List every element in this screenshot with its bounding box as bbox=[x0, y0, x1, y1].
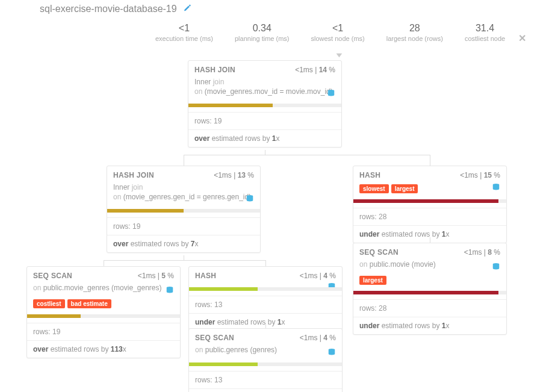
op-name: HASH bbox=[195, 272, 216, 280]
rows-line: rows: 13 bbox=[189, 296, 342, 313]
plan-node-hash-join-root[interactable]: HASH JOIN <1ms | 14 % Inner join on (mov… bbox=[188, 60, 342, 148]
rows-line: rows: 19 bbox=[188, 112, 341, 129]
cost-bar bbox=[353, 291, 506, 294]
cost-bar bbox=[189, 362, 342, 366]
op-time: <1ms | 4 % bbox=[300, 334, 336, 342]
rows-line: rows: 19 bbox=[107, 217, 260, 235]
connector bbox=[430, 237, 430, 243]
database-icon[interactable] bbox=[246, 194, 254, 203]
rows-line: rows: 28 bbox=[353, 299, 506, 317]
estimate-line: under estimated rows by 1x bbox=[189, 388, 342, 392]
plan-node-hash-join-left[interactable]: HASH JOIN <1ms | 13 % Inner join on (mov… bbox=[107, 166, 261, 253]
op-name: SEQ SCAN bbox=[195, 334, 234, 342]
connector bbox=[265, 260, 266, 266]
connector bbox=[184, 155, 184, 166]
op-name: HASH JOIN bbox=[194, 66, 235, 74]
plan-node-seqscan-movie[interactable]: SEQ SCAN <1ms | 8 % on public.movie (mov… bbox=[353, 243, 507, 335]
connector bbox=[265, 323, 266, 328]
op-name: SEQ SCAN bbox=[33, 272, 72, 280]
estimate-line: over estimated rows by 1x bbox=[188, 129, 341, 147]
op-time: <1ms | 4 % bbox=[300, 272, 336, 280]
edit-icon[interactable] bbox=[183, 4, 191, 14]
connector bbox=[184, 155, 430, 155]
cost-bar bbox=[107, 209, 260, 213]
badge-slowest: slowest bbox=[359, 184, 389, 193]
op-name: SEQ SCAN bbox=[359, 248, 399, 257]
op-desc: on public.movie_genres (movie_genres) bbox=[33, 284, 174, 297]
op-desc: Inner join on (movie_genres.gen_id = gen… bbox=[113, 183, 254, 205]
op-time: <1ms | 5 % bbox=[138, 272, 174, 280]
op-name: HASH JOIN bbox=[113, 171, 154, 179]
estimate-line: under estimated rows by 1x bbox=[353, 317, 506, 334]
plan-node-hash-inner[interactable]: HASH <1ms | 4 % rows: 13 under estimated… bbox=[188, 266, 343, 331]
database-icon[interactable] bbox=[492, 263, 500, 271]
cost-bar bbox=[27, 314, 180, 318]
connector bbox=[265, 150, 265, 155]
stat-costliest: 31.4 costliest node bbox=[465, 23, 505, 42]
badges: costliest bad estimate bbox=[27, 298, 180, 312]
arrow-down-icon: ▼ bbox=[334, 51, 344, 58]
plan-node-seqscan-genres[interactable]: SEQ SCAN <1ms | 4 % on public.genres (ge… bbox=[188, 328, 343, 392]
stat-exec-time: <1 execution time (ms) bbox=[155, 23, 213, 42]
database-icon[interactable] bbox=[327, 89, 335, 98]
connector bbox=[104, 260, 266, 261]
database-icon[interactable] bbox=[166, 286, 174, 294]
cost-bar bbox=[189, 287, 342, 291]
badge-largest: largest bbox=[359, 276, 386, 285]
op-time: <1ms | 13 % bbox=[214, 171, 254, 179]
rows-line: rows: 28 bbox=[353, 208, 506, 225]
estimate-line: over estimated rows by 113x bbox=[27, 340, 180, 358]
cost-bar bbox=[353, 199, 506, 203]
plan-node-seqscan-movie-genres[interactable]: SEQ SCAN <1ms | 5 % on public.movie_genr… bbox=[26, 266, 181, 358]
estimate-line: over estimated rows by 7x bbox=[107, 235, 260, 252]
summary-stats: <1 execution time (ms) 0.34 planning tim… bbox=[155, 23, 505, 42]
plan-node-hash-right[interactable]: HASH <1ms | 15 % slowest largest rows: 2… bbox=[353, 166, 507, 243]
badge-largest: largest bbox=[391, 184, 418, 193]
connector bbox=[184, 255, 184, 260]
connector bbox=[104, 260, 104, 266]
rows-line: rows: 13 bbox=[189, 371, 342, 388]
op-desc: on public.genres (genres) bbox=[195, 346, 336, 359]
close-icon[interactable]: ✕ bbox=[518, 33, 526, 44]
badge-bad-estimate: bad estimate bbox=[67, 299, 111, 308]
stat-plan-time: 0.34 planning time (ms) bbox=[235, 23, 289, 42]
badge-costliest: costliest bbox=[33, 299, 65, 308]
op-desc: on public.movie (movie) bbox=[359, 260, 500, 273]
cost-bar bbox=[188, 104, 341, 107]
op-time: <1ms | 14 % bbox=[295, 66, 335, 74]
page-title-row: sql-exercise-movie-database-19 bbox=[40, 4, 191, 14]
database-icon[interactable] bbox=[327, 348, 336, 356]
op-name: HASH bbox=[359, 171, 380, 179]
connector bbox=[430, 155, 430, 166]
query-title: sql-exercise-movie-database-19 bbox=[40, 4, 177, 14]
op-desc: Inner join on (movie_genres.mov_id = mov… bbox=[194, 78, 335, 100]
stat-slowest: <1 slowest node (ms) bbox=[311, 23, 364, 42]
rows-line: rows: 19 bbox=[27, 323, 180, 340]
op-time: <1ms | 8 % bbox=[464, 248, 500, 257]
badges: largest bbox=[353, 275, 506, 288]
op-time: <1ms | 15 % bbox=[460, 171, 500, 179]
badges: slowest largest bbox=[353, 183, 506, 197]
database-icon[interactable] bbox=[492, 183, 500, 191]
stat-largest: 28 largest node (rows) bbox=[386, 23, 443, 42]
